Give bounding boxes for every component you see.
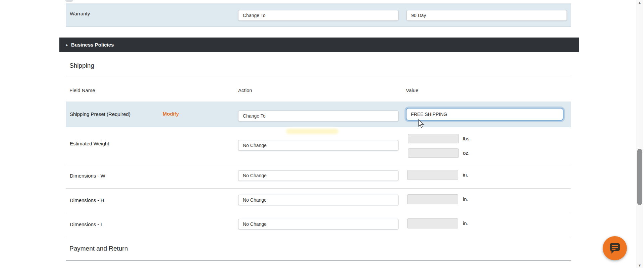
warranty-action-select[interactable]: Change To [238,10,398,21]
dimensions-h-action-select[interactable]: No Change [238,195,398,205]
dimensions-w-row: Dimensions - W No Change in. [66,164,571,189]
unit-in-label: in. [463,172,468,178]
shipping-preset-row: Shipping Preset (Required) Modify Change… [66,102,571,127]
mouse-cursor-icon [418,119,425,129]
estimated-weight-action-select[interactable]: No Change [238,140,398,151]
modify-link[interactable]: Modify [163,111,179,117]
dimensions-w-label: Dimensions - W [70,173,105,179]
dimensions-h-row: Dimensions - H No Change in. [66,189,571,213]
unit-oz-label: oz. [463,150,470,156]
column-header-field-name: Field Name [69,87,95,93]
dimensions-l-input [407,218,458,228]
dimensions-w-input [407,170,458,180]
shipping-preset-action-select[interactable]: Change To [238,111,398,121]
payment-section-title: Payment and Return [69,245,128,252]
dimensions-l-label: Dimensions - L [70,221,103,227]
unit-lbs-label: lbs. [463,136,471,141]
scroll-up-icon[interactable]: ▲ [637,1,642,5]
dimensions-h-label: Dimensions - H [70,197,104,203]
chat-bubble-icon [608,242,622,255]
business-policies-section-header[interactable]: ▲ Business Policies [59,38,579,52]
weight-lbs-input [408,134,459,143]
column-header-value: Value [406,87,418,93]
bulk-edit-page: Warranty Change To 90 Day ▲ Business Pol… [0,0,644,268]
scrollbar-thumb[interactable] [637,149,642,205]
estimated-weight-row: Estimated Weight No Change lbs. oz. [66,127,571,164]
unit-in-label: in. [463,220,468,226]
column-header-action: Action [238,87,252,93]
chat-launcher-button[interactable] [603,236,627,260]
shipping-section-title: Shipping [69,62,94,69]
warranty-label: Warranty [70,11,90,16]
dimensions-l-row: Dimensions - L No Change in. [66,213,571,237]
dimensions-l-action-select[interactable]: No Change [238,219,398,229]
dimensions-h-input [407,194,458,204]
business-policies-title: Business Policies [71,42,114,48]
warranty-row: Warranty Change To 90 Day [66,3,571,27]
shipping-preset-label: Shipping Preset (Required) [70,111,130,117]
weight-oz-input [408,148,459,158]
divider [66,77,571,77]
cutoff-element-remnant [65,0,73,2]
scrollbar-track[interactable] [636,0,643,268]
warranty-value-select[interactable]: 90 Day [407,10,567,21]
section-bottom-divider [66,260,571,261]
dimensions-w-action-select[interactable]: No Change [238,170,398,181]
estimated-weight-label: Estimated Weight [70,141,109,146]
scroll-down-icon[interactable]: ▼ [637,264,642,267]
unit-in-label: in. [463,196,468,202]
shipping-preset-value-input[interactable] [406,108,564,121]
collapse-triangle-icon: ▲ [65,43,68,47]
